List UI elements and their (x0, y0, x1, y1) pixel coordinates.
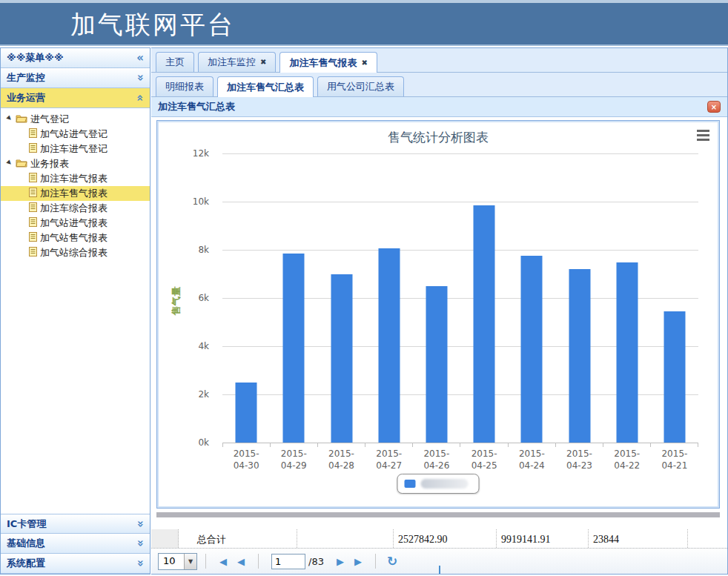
toolbar-separator (258, 554, 259, 569)
toolbar-separator (375, 554, 376, 569)
tree-label: 加气站进气报表 (40, 216, 107, 230)
legend-swatch (405, 480, 416, 488)
page-number-input[interactable] (271, 554, 305, 569)
tab-close-icon[interactable]: ✖ (260, 59, 266, 66)
x-tick-label: 2015-04-26 (413, 448, 460, 471)
folder-icon (16, 158, 27, 170)
tree-item-truck-intake-register[interactable]: 加注车进气登记 (1, 142, 150, 156)
sidebar-section-production-monitor[interactable]: 生产监控 « (1, 68, 150, 88)
document-icon (29, 247, 37, 259)
bar-slot (317, 153, 365, 443)
panel-close-button[interactable]: × (707, 101, 721, 113)
tab-label: 用气公司汇总表 (327, 80, 394, 93)
refresh-icon[interactable]: ↻ (387, 554, 397, 569)
x-axis-tick (365, 443, 412, 447)
x-tick-label: 2015-04-23 (555, 448, 603, 471)
x-axis-tick (650, 443, 698, 447)
summary-fill-cell (688, 529, 727, 549)
x-axis-tick (508, 443, 555, 447)
tree-item-truck-comprehensive-report[interactable]: 加注车综合报表 (1, 201, 150, 216)
document-icon (29, 202, 37, 214)
app-title: 加气联网平台 (70, 8, 235, 42)
page-size-select[interactable]: 10 ▼ (158, 553, 197, 570)
tree-item-station-comprehensive-report[interactable]: 加气站综合报表 (1, 245, 150, 260)
tree-label: 加注车进气报表 (40, 172, 107, 185)
tab-truck-sales-report[interactable]: 加注车售气报表 ✖ (279, 52, 377, 73)
primary-tab-bar: 主页 加注车监控 ✖ 加注车售气报表 ✖ (151, 48, 727, 73)
last-page-button[interactable]: ▶ (349, 553, 367, 569)
chart-bottom-scrollbar[interactable] (156, 512, 720, 517)
sidebar-menu-header[interactable]: ※※菜单※※ « (1, 48, 150, 68)
y-tick-label: 0k (198, 437, 209, 448)
tree-label: 加气站进气登记 (40, 128, 107, 141)
bar-2015-04-27 (378, 248, 400, 443)
collapse-sidebar-icon[interactable]: « (136, 54, 144, 62)
bar-slot (413, 153, 460, 443)
sidebar-section-basic-info[interactable]: 基础信息 « (1, 534, 150, 554)
bar-slot (270, 153, 317, 443)
tree-item-truck-intake-report[interactable]: 加注车进气报表 (1, 171, 150, 186)
x-axis-tick (555, 443, 603, 447)
chevron-double-up-icon: « (136, 94, 144, 102)
x-tick-label: 2015-04-29 (270, 448, 317, 471)
tree-item-truck-sales-report[interactable]: 加注车售气报表 (1, 186, 150, 201)
summary-label-cell: 总合计 (179, 529, 297, 549)
previous-page-icon: ◀ (237, 556, 245, 567)
bar-2015-04-29 (283, 254, 305, 443)
summary-row: 总合计 2527842.90 9919141.91 23844 (151, 529, 727, 549)
toolbar-separator (205, 554, 206, 569)
tab-close-icon[interactable]: ✖ (361, 59, 367, 67)
bar-2015-04-23 (569, 269, 590, 443)
x-axis-tick (270, 443, 317, 447)
next-page-button[interactable]: ▶ (331, 553, 349, 569)
y-tick-label: 4k (198, 341, 209, 351)
y-tick-label: 10k (193, 196, 209, 207)
bar-2015-04-24 (521, 256, 543, 443)
summary-count-cell: 23844 (589, 529, 688, 549)
chart-menu-icon[interactable] (697, 130, 709, 141)
chevron-double-down-icon: « (136, 520, 144, 528)
main-region: 主页 加注车监控 ✖ 加注车售气报表 ✖ 明细报表 加注车售气汇总表 用气公司汇… (151, 47, 728, 575)
previous-page-button[interactable]: ◀ (232, 553, 250, 569)
sidebar-section-business-operation[interactable]: 业务运营 « (1, 88, 150, 108)
chart-legend[interactable] (397, 474, 480, 494)
sidebar-section-system-config[interactable]: 系统配置 « (1, 554, 150, 574)
tab-gas-company-summary[interactable]: 用气公司汇总表 (317, 76, 404, 96)
chevron-double-down-icon: « (136, 74, 144, 82)
section-label: 基础信息 (7, 537, 45, 550)
tree-folder-gas-intake-register[interactable]: ▶ 进气登记 (1, 112, 150, 127)
tab-home[interactable]: 主页 (156, 52, 194, 72)
folder-icon (16, 113, 27, 125)
tree-item-station-intake-report[interactable]: 加气站进气报表 (1, 216, 150, 231)
tab-truck-sales-summary[interactable]: 加注车售气汇总表 (217, 76, 314, 97)
bar-2015-04-30 (236, 383, 257, 443)
bar-2015-04-22 (616, 262, 638, 443)
x-axis-tick (222, 443, 270, 447)
tree-item-station-intake-register[interactable]: 加气站进气登记 (1, 127, 150, 142)
bar-slot (222, 153, 270, 443)
sidebar-section-ic-card[interactable]: IC卡管理 « (1, 514, 150, 534)
chart-bars (222, 153, 698, 443)
tree-label: 业务报表 (30, 157, 69, 171)
x-axis-ticks (222, 443, 698, 447)
bar-slot (508, 153, 555, 443)
select-dropdown-icon[interactable]: ▼ (184, 554, 196, 569)
bar-slot (555, 153, 603, 443)
bar-slot (603, 153, 651, 443)
summary-empty-cell (297, 529, 394, 549)
tab-truck-monitor[interactable]: 加注车监控 ✖ (198, 52, 276, 72)
summary-amount2-cell: 9919141.91 (497, 529, 589, 549)
sidebar-menu-title: ※※菜单※※ (7, 51, 64, 64)
y-axis-title: 售气量 (170, 287, 183, 316)
first-page-button[interactable]: ◀ (214, 553, 232, 569)
tab-detail-report[interactable]: 明细报表 (156, 76, 214, 96)
x-axis-labels: 2015-04-302015-04-292015-04-282015-04-27… (222, 448, 698, 471)
bar-2015-04-21 (664, 311, 685, 443)
x-axis-tick (603, 443, 650, 447)
tree-label: 加注车售气报表 (40, 187, 107, 200)
y-tick-label: 2k (198, 389, 209, 400)
pagination-toolbar: 10 ▼ ◀ ◀ /83 ▶ ▶ ↻ (151, 548, 727, 574)
tree-folder-business-reports[interactable]: ▶ 业务报表 (1, 156, 150, 171)
sidebar-bottom-sections: IC卡管理 « 基础信息 « 系统配置 « (1, 514, 150, 574)
tree-item-station-sales-report[interactable]: 加气站售气报表 (1, 231, 150, 245)
